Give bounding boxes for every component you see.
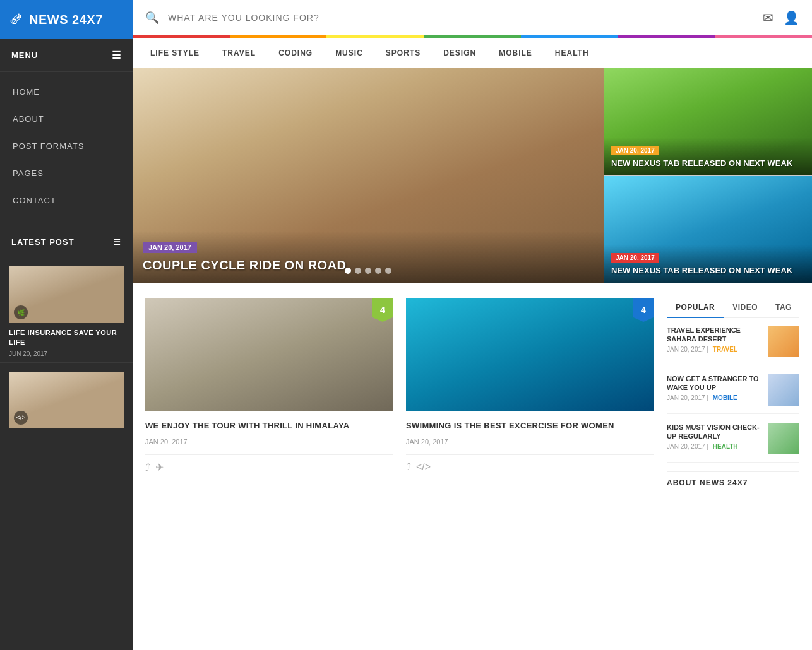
popular-item-tag-1: TRAVEL [713, 346, 737, 353]
tab-popular[interactable]: POPULAR [667, 298, 724, 318]
sidebar-post-title-1: LIFE INSURANCE SAVE YOUR LIFE [9, 328, 124, 348]
mail-icon[interactable]: ✉ [763, 10, 773, 25]
hero-main-slide[interactable]: JAN 20, 2017 COUPLE CYCLE RIDE ON ROAD [133, 68, 604, 283]
logo-icon: 🗞 [9, 11, 23, 28]
hero-side-cards: JAN 20, 2017 NEW NEXUS TAB RELEASED ON N… [604, 68, 812, 283]
popular-item-title-2: NOW GET A STRANGER TO WAKE YOU UP [667, 374, 763, 393]
user-icon[interactable]: 👤 [784, 10, 799, 25]
article-badge-2: 4 [633, 298, 654, 322]
hero-dots [345, 268, 391, 274]
popular-item-title-3: KIDS MUST VISION CHECK-UP REGULARLY [667, 423, 763, 441]
popular-item-title-1: TRAVEL EXPERIENCE SAHARA DESERT [667, 326, 763, 344]
hero-side-title-1: NEW NEXUS TAB RELEASED ON NEXT WEAK [611, 158, 804, 169]
sidebar-item-home[interactable]: HOME [0, 78, 133, 105]
sidebar-post-date-1: JUN 20, 2017 [9, 350, 124, 357]
article-thumb-1: 4 [145, 298, 393, 411]
logo-text: NEWS 24X7 [29, 13, 103, 27]
popular-item-thumb-3 [768, 423, 799, 454]
popular-item-thumb-1 [768, 326, 799, 357]
search-icon: 🔍 [145, 11, 159, 25]
tab-tag[interactable]: TAG [767, 298, 801, 317]
sidebar-latest-label: LATEST POST [11, 237, 75, 247]
article-card-1: 4 WE ENJOY THE TOUR WITH THRILL IN HIMAL… [145, 298, 393, 487]
tab-design[interactable]: DESIGN [432, 40, 487, 66]
sidebar-latest-header: LATEST POST ☰ [0, 227, 133, 257]
tab-travel[interactable]: TRAVEL [211, 40, 267, 66]
sidebar-menu-label: MENU [11, 50, 38, 60]
popular-item-date-3: JAN 20, 2017 | HEALTH [667, 443, 763, 450]
sidebar-post-1[interactable]: 🌿 LIFE INSURANCE SAVE YOUR LIFE JUN 20, … [0, 257, 133, 363]
hero-dot-3[interactable] [365, 268, 371, 274]
tab-lifestyle[interactable]: LIFE STYLE [139, 40, 211, 66]
hero-dot-5[interactable] [385, 268, 391, 274]
tab-sports[interactable]: SPORTS [374, 40, 432, 66]
header-icons: ✉ 👤 [763, 10, 799, 25]
article-thumb-2: 4 [406, 298, 654, 411]
article-title-1[interactable]: WE ENJOY THE TOUR WITH THRILL IN HIMALAY… [145, 420, 393, 432]
main-content: 🔍 ✉ 👤 LIFE STYLE TRAVEL CODING MUSIC SPO… [133, 0, 812, 650]
popular-item-text-3: KIDS MUST VISION CHECK-UP REGULARLY JAN … [667, 423, 763, 454]
popular-item-date-1: JAN 20, 2017 | TRAVEL [667, 346, 763, 353]
popular-item-1[interactable]: TRAVEL EXPERIENCE SAHARA DESERT JAN 20, … [667, 326, 799, 365]
site-header: 🔍 ✉ 👤 [133, 0, 812, 35]
articles-grid: 4 WE ENJOY THE TOUR WITH THRILL IN HIMAL… [145, 298, 654, 487]
hero-section: JAN 20, 2017 COUPLE CYCLE RIDE ON ROAD J… [133, 68, 812, 283]
tab-music[interactable]: MUSIC [324, 40, 374, 66]
sidebar-item-contact[interactable]: CONTACT [0, 187, 133, 214]
popular-item-text-2: NOW GET A STRANGER TO WAKE YOU UP JAN 20… [667, 374, 763, 406]
hero-side-title-2: NEW NEXUS TAB RELEASED ON NEXT WEAK [611, 266, 804, 276]
hero-main-overlay: JAN 20, 2017 COUPLE CYCLE RIDE ON ROAD [133, 231, 604, 283]
article-footer-2: ⤴ </> [406, 454, 654, 473]
article-image-1 [145, 298, 393, 411]
popular-item-date-2: JAN 20, 2017 | MOBILE [667, 394, 763, 401]
hero-side-overlay-1: JAN 20, 2017 NEW NEXUS TAB RELEASED ON N… [604, 138, 812, 175]
post-code-icon: </> [14, 411, 28, 425]
hero-dot-2[interactable] [355, 268, 361, 274]
content-section: 4 WE ENJOY THE TOUR WITH THRILL IN HIMAL… [133, 283, 812, 502]
sidebar-menu-header[interactable]: MENU ☰ [0, 39, 133, 72]
article-footer-1: ⤴ ✈ [145, 454, 393, 473]
hero-side-card-2[interactable]: JAN 20, 2017 NEW NEXUS TAB RELEASED ON N… [604, 176, 812, 283]
code-icon-2[interactable]: </> [416, 461, 431, 473]
bookmark-icon-1[interactable]: ✈ [155, 461, 164, 473]
popular-tabs-header: POPULAR VIDEO TAG [667, 298, 799, 318]
article-badge-1: 4 [372, 298, 393, 322]
latest-menu-icon[interactable]: ☰ [113, 237, 121, 247]
popular-item-tag-2: MOBILE [713, 394, 737, 401]
about-section: ABOUT NEWS 24X7 [667, 471, 799, 487]
hero-side-card-1[interactable]: JAN 20, 2017 NEW NEXUS TAB RELEASED ON N… [604, 68, 812, 175]
tab-health[interactable]: HEALTH [544, 40, 600, 66]
share-icon-2[interactable]: ⤴ [406, 461, 411, 473]
hero-main-date: JAN 20, 2017 [143, 242, 197, 253]
hero-side-date-1: JAN 20, 2017 [611, 146, 659, 155]
sidebar-post-thumb-1: 🌿 [9, 266, 124, 323]
tab-video[interactable]: VIDEO [724, 298, 767, 317]
search-input[interactable] [168, 13, 754, 23]
hero-dot-4[interactable] [375, 268, 381, 274]
sidebar-post-thumb-2: </> [9, 372, 124, 428]
nav-tabs: LIFE STYLE TRAVEL CODING MUSIC SPORTS DE… [133, 38, 812, 68]
sidebar-item-post-formats[interactable]: POST FORMATS [0, 133, 133, 160]
sidebar-navigation: HOME ABOUT POST FORMATS PAGES CONTACT [0, 72, 133, 220]
about-title: ABOUT NEWS 24X7 [667, 478, 799, 487]
popular-item-thumb-2 [768, 374, 799, 406]
tab-coding[interactable]: CODING [267, 40, 324, 66]
article-title-2[interactable]: SWIMMING IS THE BEST EXCERCISE FOR WOMEN [406, 420, 654, 432]
sidebar-item-about[interactable]: ABOUT [0, 105, 133, 133]
article-card-2: 4 SWIMMING IS THE BEST EXCERCISE FOR WOM… [406, 298, 654, 487]
sidebar-logo[interactable]: 🗞 NEWS 24X7 [0, 0, 133, 39]
article-image-2 [406, 298, 654, 411]
hero-side-overlay-2: JAN 20, 2017 NEW NEXUS TAB RELEASED ON N… [604, 245, 812, 283]
article-date-2: JAN 20, 2017 [406, 438, 654, 446]
right-sidebar: POPULAR VIDEO TAG TRAVEL EXPERIENCE SAHA… [667, 298, 799, 487]
popular-item-2[interactable]: NOW GET A STRANGER TO WAKE YOU UP JAN 20… [667, 374, 799, 414]
popular-item-text-1: TRAVEL EXPERIENCE SAHARA DESERT JAN 20, … [667, 326, 763, 357]
tab-mobile[interactable]: MOBILE [487, 40, 544, 66]
hamburger-icon[interactable]: ☰ [112, 49, 121, 61]
article-date-1: JAN 20, 2017 [145, 438, 393, 446]
popular-item-3[interactable]: KIDS MUST VISION CHECK-UP REGULARLY JAN … [667, 423, 799, 463]
sidebar-item-pages[interactable]: PAGES [0, 160, 133, 187]
sidebar-post-2[interactable]: </> [0, 363, 133, 439]
hero-dot-1[interactable] [345, 268, 351, 274]
share-icon-1[interactable]: ⤴ [145, 462, 150, 473]
